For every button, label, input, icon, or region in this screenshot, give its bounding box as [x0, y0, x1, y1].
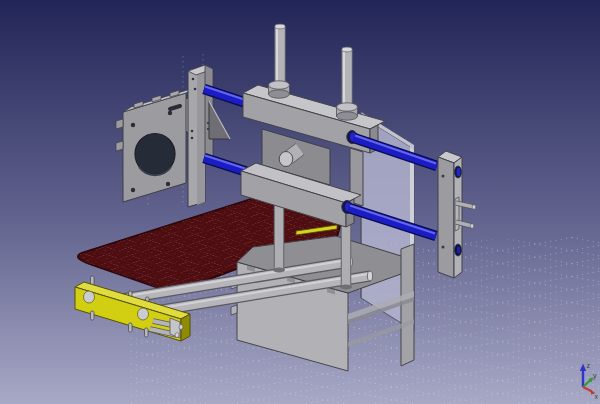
bracket-hole-upper-rod	[457, 168, 461, 176]
bracket-screw-hole-2	[442, 246, 445, 249]
x-axis-label: x	[595, 393, 599, 400]
vertical-rod-left-shadow	[273, 268, 285, 273]
belt-bar-hole-1	[84, 291, 95, 303]
y-axis-label: y	[593, 372, 597, 380]
bracket-screw-hole-1	[442, 175, 445, 178]
bracket-front-face[interactable]	[438, 157, 454, 278]
z-post-front-shade	[197, 65, 205, 205]
y-rod-2-end	[367, 271, 372, 281]
vertical-rod-right-cap	[342, 47, 352, 52]
cad-viewport[interactable]: z y x	[0, 0, 600, 404]
z-axis-label: z	[587, 362, 591, 369]
vertical-rod-right-shadow	[340, 285, 352, 290]
viewport-canvas[interactable]: z y x	[0, 0, 600, 404]
base-right-panel[interactable]	[401, 244, 414, 366]
hotend-peg-cap	[279, 152, 293, 167]
bracket-hole-lower-rod	[457, 246, 461, 253]
vertical-rod-left-cap	[275, 24, 285, 29]
belt-bar-hole-2	[138, 308, 149, 320]
